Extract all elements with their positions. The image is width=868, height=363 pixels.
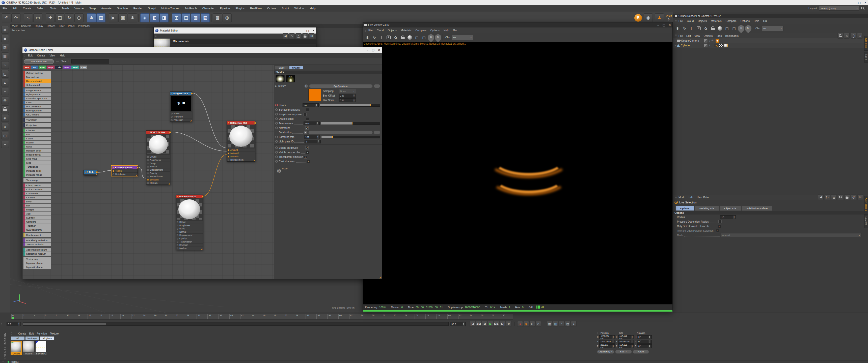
search-icon[interactable]	[860, 5, 865, 11]
timeline-tick[interactable]: 54	[306, 314, 316, 319]
timeline-tick[interactable]: 8	[55, 314, 66, 319]
help-label[interactable]: HELP	[282, 168, 287, 170]
current-frame-marker[interactable]	[11, 317, 14, 319]
timeline-tick[interactable]: 58	[327, 314, 338, 319]
layer-toggle-icon[interactable]	[704, 39, 708, 43]
restart-render-icon[interactable]: ↻	[371, 34, 378, 41]
hair-icon[interactable]: ▧	[200, 13, 210, 23]
timeline-tick[interactable]: 88	[491, 314, 502, 319]
menu-item[interactable]: File	[679, 34, 683, 37]
minimize-button[interactable]: –	[853, 1, 855, 4]
render-view-icon[interactable]: ▶	[109, 13, 118, 23]
goto-end-icon[interactable]: ▶|	[500, 321, 505, 327]
workplane-snap-icon[interactable]: ◨	[159, 13, 168, 23]
node-resize-grip[interactable]: ◢	[168, 183, 170, 185]
simulate-icon[interactable]: ◫	[172, 13, 181, 23]
node-output-port[interactable]	[202, 196, 204, 198]
timeline-tick[interactable]: 20	[120, 314, 131, 319]
menu-item[interactable]: Mesh	[62, 7, 69, 10]
timeline-tick[interactable]: 44	[251, 314, 262, 319]
timeline-tick[interactable]: 68	[382, 314, 393, 319]
timeline-tick[interactable]: 86	[480, 314, 491, 319]
menu-item[interactable]: Tools	[50, 7, 57, 10]
timeline-tick[interactable]: 66	[371, 314, 382, 319]
menu-item[interactable]: User Data	[697, 196, 709, 199]
tab-all-glows[interactable]: all glows	[40, 336, 55, 340]
minimize-button[interactable]: –	[367, 48, 368, 52]
record-filter-icon[interactable]: ◇	[535, 321, 541, 327]
timeline-tick[interactable]: 74	[414, 314, 426, 319]
node-port-emission[interactable]: Emission	[176, 243, 203, 246]
back-icon[interactable]: ◀	[818, 194, 824, 200]
menu-item[interactable]: Objects	[704, 34, 713, 37]
minimize-button[interactable]: –	[301, 29, 303, 32]
menu-item[interactable]: Compare	[415, 29, 427, 32]
menu-item[interactable]: Objects	[698, 20, 707, 23]
camera-plugin-icon[interactable]: ◉	[644, 13, 653, 23]
timeline-tick[interactable]: 60	[338, 314, 349, 319]
coord-mode-dropdown[interactable]: Object (Rel)▼	[597, 350, 614, 354]
position-y-field[interactable]: -36.433 cm▲▼	[599, 340, 615, 343]
dynamics-icon[interactable]: ▤	[181, 13, 190, 23]
timeline-end-field[interactable]: 90 F▲▼	[450, 322, 466, 326]
visibility-dots-icon[interactable]: ⋮	[709, 44, 711, 46]
timeline-ruler[interactable]: 0246810121416182022242628303234363840424…	[11, 314, 513, 320]
timeline-tick[interactable]: 48	[273, 314, 284, 319]
light-pass-field[interactable]: 1▲▼	[305, 140, 321, 143]
keyframe-dot[interactable]	[275, 122, 278, 125]
get-active-mat-button[interactable]: Get Active Mat	[24, 59, 54, 64]
path-up-icon[interactable]: ⌂	[844, 33, 849, 39]
timeline-tick[interactable]: 42	[240, 314, 251, 319]
keyframe-dot[interactable]	[275, 108, 278, 111]
position-x-field[interactable]: -198.292 cm▲▼	[599, 335, 615, 339]
menu-item[interactable]: Texture	[50, 332, 59, 335]
make-editable-icon[interactable]: ⇄	[1, 26, 9, 34]
menu-item[interactable]: Edit	[29, 332, 34, 335]
model-mode-icon[interactable]: ◼	[1, 35, 9, 42]
menu-item[interactable]: Gui	[453, 29, 457, 32]
viewport-label[interactable]: Perspective	[11, 29, 25, 32]
region-render-icon[interactable]: ◲	[724, 25, 730, 32]
tab-all[interactable]: All	[10, 336, 25, 340]
node-port-opacity[interactable]: Opacity	[146, 171, 170, 175]
blackbody-preview-tile[interactable]	[276, 75, 285, 82]
timeline-tick[interactable]: 84	[469, 314, 480, 319]
texture-expand-button[interactable]: ▶	[304, 84, 308, 88]
region-render-icon[interactable]: ◲	[413, 34, 420, 41]
octane-camera-tag-icon[interactable]: ◉	[716, 39, 719, 43]
undo-icon[interactable]: ↶	[2, 13, 11, 23]
menu-item[interactable]: Edit	[28, 54, 33, 57]
node-output-port[interactable]	[254, 122, 256, 124]
maximize-button[interactable]: ▢	[662, 24, 665, 27]
octane-help-icon[interactable]: ✻	[277, 168, 282, 175]
pressure-radius-checkbox[interactable]	[718, 220, 722, 223]
menu-item[interactable]: Pipeline	[220, 7, 230, 10]
magnet-icon[interactable]: ∪	[1, 123, 9, 131]
node-port-material2[interactable]: Material2	[227, 155, 255, 158]
node-port-amount[interactable]: Amount	[227, 148, 255, 152]
timeline-tick[interactable]: 76	[426, 314, 436, 319]
sampling-rate-field[interactable]: 181.▲▼	[304, 135, 320, 139]
keyframe-dot[interactable]	[275, 113, 278, 116]
lock-icon[interactable]	[302, 33, 308, 39]
search-icon[interactable]	[838, 194, 843, 200]
workplane-icon[interactable]: ▦	[96, 13, 105, 23]
uvw-tag-icon[interactable]	[719, 44, 723, 47]
menu-item[interactable]: Bookmarks	[725, 34, 739, 37]
timeline-tick[interactable]: 34	[196, 314, 208, 319]
quantize-icon[interactable]: ◧	[150, 13, 159, 23]
timeline-tick[interactable]: 10	[66, 314, 77, 319]
material-ball-icon[interactable]	[717, 25, 723, 32]
timeline-tick[interactable]: 40	[229, 314, 240, 319]
menu-item[interactable]: Render	[133, 7, 142, 10]
coord-size-dropdown[interactable]: Size▼	[615, 350, 632, 354]
menu-item[interactable]: Compare	[726, 20, 737, 23]
close-button[interactable]: ✕	[378, 48, 380, 52]
channel-dropdown[interactable]: PT▼	[452, 35, 473, 40]
timeline-tick[interactable]: 62	[349, 314, 360, 319]
node-rgb[interactable]: Rgb◢	[84, 170, 97, 175]
material-item-sever-glow[interactable]: SEVER G	[35, 341, 47, 355]
timeline-tick[interactable]: 50	[284, 314, 295, 319]
display-option-icon[interactable]: ◔	[559, 321, 564, 327]
node-port-transmission[interactable]: Transmission	[176, 240, 203, 243]
